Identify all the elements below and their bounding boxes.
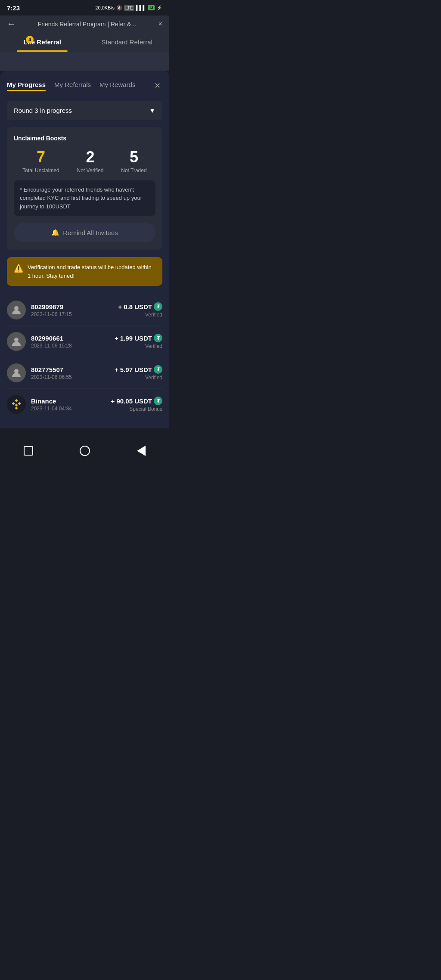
- square-icon: [24, 446, 33, 456]
- total-unclaimed-number: 7: [22, 149, 59, 166]
- panel-header: My Progress My Referrals My Rewards ✕: [7, 79, 162, 92]
- charging-icon: ⚡: [156, 5, 162, 11]
- total-unclaimed-label: Total Unclaimed: [22, 167, 59, 174]
- referral-list: 802999879 2023-11-06 17:15 + 0.8 USDT ₮ …: [7, 295, 162, 420]
- reward-amount: + 0.8 USDT ₮: [118, 302, 162, 311]
- svg-point-2: [14, 369, 19, 373]
- referral-item[interactable]: 802999879 2023-11-06 17:15 + 0.8 USDT ₮ …: [7, 295, 162, 326]
- referral-date: 2023-11-06 17:15: [31, 311, 118, 317]
- panel-tab-referrals[interactable]: My Referrals: [54, 81, 91, 91]
- avatar: [7, 301, 26, 319]
- referral-date: 2023-11-06 15:28: [31, 343, 115, 349]
- referral-date: 2023-11-06 06:55: [31, 374, 115, 380]
- navigation-bar: [0, 437, 169, 465]
- referral-id: 802999879: [31, 303, 118, 310]
- unclaimed-boosts-card: Unclaimed Boosts 7 Total Unclaimed 2 Not…: [7, 127, 162, 250]
- tab-standard-referral[interactable]: Standard Referral: [85, 32, 170, 52]
- svg-marker-6: [15, 403, 18, 406]
- panel-tab-bar: My Progress My Referrals My Rewards: [7, 81, 152, 91]
- referral-item-binance[interactable]: Binance 2023-11-04 04:34 + 90.05 USDT ₮ …: [7, 389, 162, 420]
- reward-status: Verified: [115, 343, 162, 349]
- tether-icon: ₮: [154, 302, 162, 311]
- svg-point-0: [14, 306, 19, 310]
- round-dropdown[interactable]: Round 3 in progress ▼: [7, 101, 162, 120]
- tab-badge: 4: [26, 36, 34, 43]
- warning-icon: ⚠️: [14, 264, 23, 273]
- svg-point-1: [14, 338, 19, 342]
- referral-date: 2023-11-04 04:34: [31, 406, 111, 412]
- nav-home-button[interactable]: [20, 442, 37, 459]
- not-traded-number: 5: [121, 149, 146, 166]
- reward-amount: + 90.05 USDT ₮: [111, 397, 162, 405]
- referral-item[interactable]: 802990661 2023-11-06 15:28 + 1.99 USDT ₮…: [7, 326, 162, 357]
- avatar: [7, 363, 26, 382]
- warning-banner: ⚠️ Verification and trade status will be…: [7, 257, 162, 286]
- main-tab-bar: Lite Referral 4 Standard Referral: [0, 32, 169, 52]
- stat-not-traded: 5 Not Traded: [121, 149, 146, 174]
- not-traded-label: Not Traded: [121, 167, 146, 174]
- referral-id: 802775507: [31, 366, 115, 373]
- reward-amount: + 5.97 USDT ₮: [115, 365, 162, 374]
- panel-tab-rewards[interactable]: My Rewards: [99, 81, 135, 91]
- panel-tab-progress[interactable]: My Progress: [7, 81, 46, 91]
- status-time: 7:23: [7, 4, 20, 12]
- referral-reward: + 1.99 USDT ₮ Verified: [115, 334, 162, 349]
- reward-status: Verified: [115, 375, 162, 381]
- avatar-binance: [7, 395, 26, 414]
- not-verified-number: 2: [77, 149, 103, 166]
- lte-icon: LTE: [124, 5, 134, 11]
- warning-text: Verification and trade status will be up…: [28, 263, 155, 280]
- svg-marker-4: [12, 402, 15, 405]
- signal-icon: ▌▌▌: [136, 5, 146, 10]
- referral-info: 802999879 2023-11-06 17:15: [31, 303, 118, 317]
- tether-icon: ₮: [154, 365, 162, 374]
- boosts-stats: 7 Total Unclaimed 2 Not Verified 5 Not T…: [14, 149, 155, 174]
- nav-home-indicator-button[interactable]: [76, 442, 93, 459]
- bell-icon: 🔔: [51, 229, 59, 236]
- not-verified-label: Not Verified: [77, 167, 103, 174]
- reward-status-special: Special Bonus: [111, 406, 162, 412]
- avatar: [7, 332, 26, 351]
- main-panel: My Progress My Referrals My Rewards ✕ Ro…: [0, 71, 169, 428]
- status-bar: 7:23 20,0KB/s 🔇 LTE ▌▌▌ 13 ⚡: [0, 0, 169, 16]
- remind-all-invitees-button[interactable]: 🔔 Remind All Invitees: [14, 223, 155, 242]
- referral-id: Binance: [31, 397, 111, 405]
- referral-reward: + 0.8 USDT ₮ Verified: [118, 302, 162, 318]
- referral-item[interactable]: 802775507 2023-11-06 06:55 + 5.97 USDT ₮…: [7, 357, 162, 389]
- boosts-note: * Encourage your referred friends who ha…: [14, 180, 155, 216]
- tab-standard-label: Standard Referral: [102, 38, 152, 46]
- svg-marker-5: [18, 402, 21, 405]
- browser-title: Friends Referral Program | Refer &...: [21, 21, 153, 28]
- stat-not-verified: 2 Not Verified: [77, 149, 103, 174]
- mute-icon: 🔇: [116, 5, 122, 11]
- tether-icon: ₮: [154, 397, 162, 405]
- referral-info: 802775507 2023-11-06 06:55: [31, 366, 115, 380]
- panel-close-button[interactable]: ✕: [152, 79, 162, 92]
- svg-marker-3: [15, 399, 18, 402]
- reward-amount: + 1.99 USDT ₮: [115, 334, 162, 342]
- referral-info: Binance 2023-11-04 04:34: [31, 397, 111, 412]
- tab-lite-referral[interactable]: Lite Referral 4: [0, 32, 85, 52]
- round-dropdown-label: Round 3 in progress: [14, 107, 72, 114]
- network-speed: 20,0KB/s: [95, 5, 115, 10]
- svg-marker-7: [15, 406, 18, 409]
- stat-total-unclaimed: 7 Total Unclaimed: [22, 149, 59, 174]
- dropdown-arrow-icon: ▼: [149, 107, 155, 114]
- browser-bar: ← Friends Referral Program | Refer &... …: [0, 16, 169, 32]
- referral-info: 802990661 2023-11-06 15:28: [31, 335, 115, 349]
- status-icons: 20,0KB/s 🔇 LTE ▌▌▌ 13 ⚡: [95, 5, 162, 11]
- battery-indicator: 13: [148, 5, 155, 10]
- browser-back-button[interactable]: ←: [7, 19, 16, 29]
- boosts-title: Unclaimed Boosts: [14, 135, 155, 142]
- partial-section: [0, 52, 169, 71]
- remind-button-label: Remind All Invitees: [63, 229, 118, 236]
- triangle-back-icon: [137, 446, 146, 456]
- tether-icon: ₮: [154, 334, 162, 342]
- nav-back-button[interactable]: [133, 442, 150, 459]
- referral-reward: + 90.05 USDT ₮ Special Bonus: [111, 397, 162, 412]
- referral-id: 802990661: [31, 335, 115, 342]
- reward-status: Verified: [118, 312, 162, 318]
- referral-reward: + 5.97 USDT ₮ Verified: [115, 365, 162, 381]
- circle-icon: [80, 446, 90, 456]
- browser-close-button[interactable]: ×: [158, 20, 162, 28]
